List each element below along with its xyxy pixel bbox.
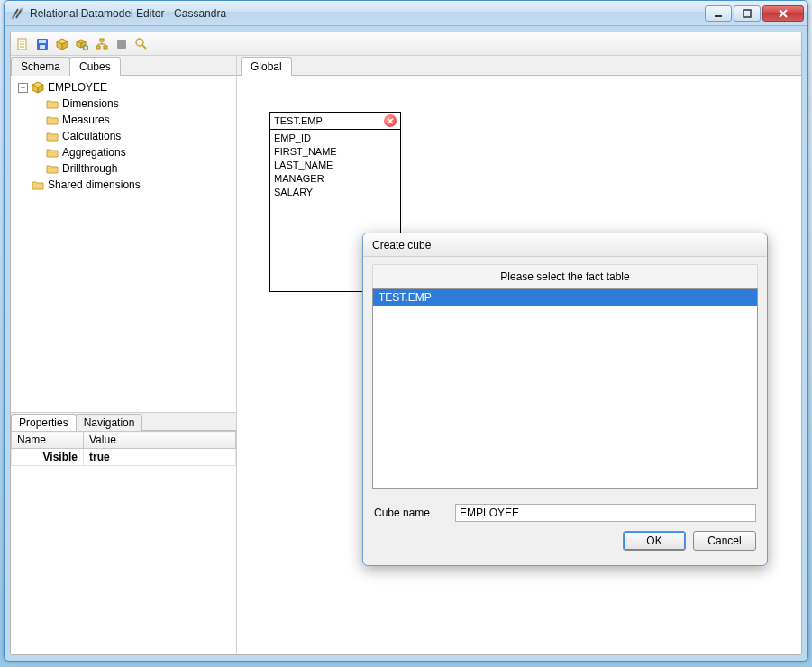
cube-name-input[interactable] xyxy=(455,504,756,522)
left-tabs: Schema Cubes xyxy=(11,56,236,76)
property-name: Visible xyxy=(12,449,84,466)
zoom-icon[interactable] xyxy=(133,36,150,52)
svg-rect-26 xyxy=(104,46,107,49)
ok-button[interactable]: OK xyxy=(623,531,686,551)
svg-rect-25 xyxy=(96,46,100,49)
cube-icon xyxy=(32,81,44,94)
tab-navigation[interactable]: Navigation xyxy=(76,414,143,431)
svg-point-3 xyxy=(20,7,23,10)
folder-icon xyxy=(46,163,59,174)
table-title: TEST.EMP xyxy=(274,115,323,126)
properties-table: Name Value Visibletrue xyxy=(11,431,236,466)
dialog-instruction: Please select the fact table xyxy=(372,264,758,288)
col-value[interactable]: Value xyxy=(84,432,236,449)
save-icon[interactable] xyxy=(34,36,50,52)
tab-schema[interactable]: Schema xyxy=(11,57,70,76)
svg-rect-27 xyxy=(117,40,126,49)
new-doc-icon[interactable] xyxy=(14,36,31,52)
tree-item-aggregations[interactable]: Aggregations xyxy=(32,144,233,160)
tree-label: Drillthrough xyxy=(62,160,117,177)
svg-rect-5 xyxy=(744,10,751,17)
tab-cubes[interactable]: Cubes xyxy=(69,57,121,76)
create-cube-dialog: Create cube Please select the fact table… xyxy=(362,233,768,566)
tree-label: Dimensions xyxy=(62,96,119,112)
column-item[interactable]: LAST_NAME xyxy=(274,159,397,172)
tab-properties[interactable]: Properties xyxy=(11,414,77,431)
column-item[interactable]: SALARY xyxy=(274,186,397,199)
properties-panel: Properties Navigation Name Value Visible… xyxy=(11,413,236,654)
stop-icon[interactable] xyxy=(114,36,130,52)
remove-table-icon[interactable]: ✕ xyxy=(384,114,397,127)
folder-icon xyxy=(46,114,59,125)
property-row[interactable]: Visibletrue xyxy=(12,449,236,466)
cube-tree[interactable]: − EMPLOYEE DimensionsMeasuresCalculation… xyxy=(11,76,236,413)
tree-label: Shared dimensions xyxy=(48,177,141,193)
col-name[interactable]: Name xyxy=(12,432,84,449)
tree-label: Measures xyxy=(62,112,110,128)
svg-rect-13 xyxy=(39,40,46,43)
svg-rect-14 xyxy=(40,45,45,49)
column-item[interactable]: EMP_ID xyxy=(274,132,397,145)
window-title: Relational Datamodel Editor - Cassandra xyxy=(30,7,705,20)
toolbar xyxy=(11,32,801,56)
tree-item-dimensions[interactable]: Dimensions xyxy=(32,96,233,112)
tree-item-calculations[interactable]: Calculations xyxy=(32,128,233,144)
app-icon xyxy=(10,6,24,21)
tree-item-measures[interactable]: Measures xyxy=(32,112,233,128)
titlebar[interactable]: Relational Datamodel Editor - Cassandra xyxy=(5,1,807,26)
folder-icon xyxy=(46,147,59,158)
svg-point-2 xyxy=(11,16,14,19)
tab-global[interactable]: Global xyxy=(241,57,292,76)
tree-label: Calculations xyxy=(62,128,121,144)
cube-icon[interactable] xyxy=(54,36,70,52)
folder-icon xyxy=(32,179,44,190)
maximize-button[interactable] xyxy=(734,5,761,22)
column-item[interactable]: MANAGER xyxy=(274,172,397,186)
svg-line-29 xyxy=(142,45,146,49)
svg-point-28 xyxy=(136,39,143,46)
tree-item-drillthrough[interactable]: Drillthrough xyxy=(32,160,233,177)
svg-rect-24 xyxy=(100,39,104,41)
dialog-title[interactable]: Create cube xyxy=(363,233,767,257)
tree-shared-dimensions[interactable]: Shared dimensions xyxy=(18,177,233,193)
fact-table-list[interactable]: TEST.EMP xyxy=(372,288,758,489)
close-button[interactable] xyxy=(762,5,804,22)
column-item[interactable]: FIRST_NAME xyxy=(274,145,397,159)
list-item[interactable]: TEST.EMP xyxy=(373,289,757,306)
tree-label: Aggregations xyxy=(62,144,126,160)
minimize-button[interactable] xyxy=(705,5,732,22)
table-columns: EMP_IDFIRST_NAMELAST_NAMEMANAGERSALARY xyxy=(270,130,400,201)
hierarchy-icon[interactable] xyxy=(94,36,110,52)
expand-icon[interactable]: − xyxy=(18,83,28,93)
tree-label: EMPLOYEE xyxy=(48,79,107,96)
folder-icon xyxy=(46,98,59,109)
left-panel: Schema Cubes − EMPLOYEE DimensionsMeasur… xyxy=(11,56,237,654)
tree-root-employee[interactable]: − EMPLOYEE xyxy=(18,79,233,96)
folder-icon xyxy=(46,131,59,142)
property-value: true xyxy=(84,449,236,466)
cube-add-icon[interactable] xyxy=(74,36,90,52)
cube-name-label: Cube name xyxy=(374,507,446,519)
cancel-button[interactable]: Cancel xyxy=(693,531,756,551)
